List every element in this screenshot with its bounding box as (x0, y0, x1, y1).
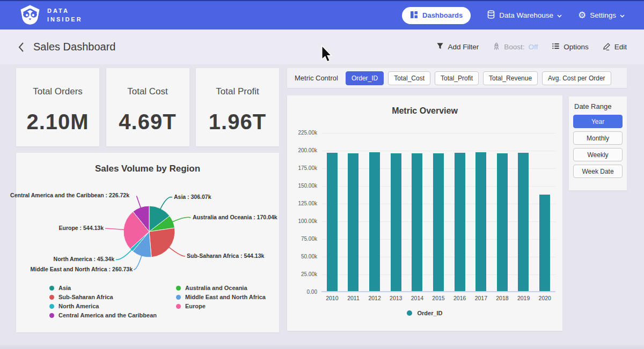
bar-2013[interactable] (391, 153, 401, 291)
pie-legend-item: Sub-Saharan Africa (49, 294, 157, 300)
bar-2020[interactable] (539, 195, 550, 291)
kpi-label: Total Profit (216, 86, 259, 97)
bar-2012[interactable] (369, 152, 380, 292)
kpi-row: Total Orders2.10MTotal Cost4.69TTotal Pr… (16, 68, 279, 146)
date-range-option-weekly[interactable]: Weekly (573, 148, 623, 161)
list-icon (552, 42, 560, 51)
kpi-card: Total Profit1.96T (196, 68, 279, 146)
owl-logo-icon (19, 4, 41, 27)
kpi-label: Total Cost (127, 86, 168, 97)
bar-2016[interactable] (455, 153, 465, 291)
bar-chart-card: Metric Overview 225.00k200.00k175.00k150… (287, 95, 562, 331)
legend-label: Sub-Saharan Africa (58, 294, 113, 300)
x-tick-label: 2010 (321, 295, 343, 301)
pie-slice-label: Asia : 306.07k (174, 194, 211, 200)
legend-dot (176, 295, 181, 300)
bar-2017[interactable] (475, 152, 486, 292)
date-range-option-year[interactable]: Year (573, 115, 623, 128)
x-tick-label: 2019 (513, 295, 535, 301)
pie-legend-item: Central America and the Caribbean (49, 312, 157, 318)
pie-slice-label: Europe : 544.13k (59, 225, 104, 231)
pie-chart: Asia : 306.07kAustralia and Oceania : 17… (16, 174, 279, 281)
y-tick-label: 50.00k (301, 254, 317, 259)
legend-label: Order_ID (417, 310, 442, 316)
date-range-title: Date Range (573, 102, 623, 110)
metric-option-avg-cost-per-order[interactable]: Avg. Cost per Order (542, 71, 611, 85)
legend-label: Middle East and North Africa (185, 294, 266, 300)
metric-option-order-id[interactable]: Order_ID (346, 71, 384, 85)
legend-label: Europe (185, 303, 206, 309)
bar-chart-legend: Order_ID (287, 310, 562, 316)
bar-2010[interactable] (327, 153, 338, 291)
pie-chart-card: Sales Volume by Region Asia : 306.07kAus… (16, 153, 279, 332)
kpi-card: Total Orders2.10M (16, 68, 99, 146)
legend-dot (407, 310, 412, 316)
bar-2014[interactable] (412, 153, 422, 292)
bar-2018[interactable] (497, 153, 508, 291)
boost-toggle[interactable]: Boost:Off (493, 42, 538, 52)
y-tick-label: 0.00 (307, 289, 317, 295)
database-icon (487, 10, 495, 20)
kpi-value: 2.10M (26, 110, 89, 134)
kpi-label: Total Orders (33, 86, 83, 97)
y-tick-label: 25.00k (301, 271, 317, 277)
add-filter-button[interactable]: Add Filter (436, 42, 479, 51)
brand-name: DATA INSIDER (47, 7, 83, 24)
x-tick-label: 2013 (385, 295, 407, 301)
legend-dot (49, 286, 54, 291)
x-tick-label: 2018 (492, 295, 513, 301)
back-button[interactable] (17, 42, 25, 53)
nav-settings[interactable]: ⚙ Settings (578, 11, 625, 20)
metric-option-total-profit[interactable]: Total_Profit (435, 71, 479, 85)
pie-slice-sub-saharan-africa[interactable] (149, 228, 175, 257)
y-tick-label: 75.00k (301, 236, 317, 242)
chevron-down-icon (620, 11, 625, 19)
boost-state: Off (528, 43, 538, 51)
rocket-icon (493, 42, 500, 52)
bar-chart-title: Metric Overview (287, 106, 562, 116)
y-tick-label: 225.00k (298, 130, 317, 136)
bar-2019[interactable] (518, 153, 529, 291)
pie-legend-item: Asia (49, 285, 157, 291)
options-button[interactable]: Options (552, 42, 589, 51)
y-tick-label: 125.00k (298, 201, 317, 206)
x-tick-label: 2017 (470, 295, 492, 301)
y-tick-label: 175.00k (298, 165, 317, 171)
metric-option-total-revenue[interactable]: Total_Revenue (483, 71, 538, 85)
x-tick-label: 2016 (449, 295, 471, 301)
pie-slice-label: North America : 45.34k (54, 256, 114, 262)
filter-funnel-icon (436, 42, 444, 51)
nav-dashboards-button[interactable]: Dashboards (402, 7, 471, 24)
x-axis: 2010201120122013201420152016201720182019… (321, 295, 555, 301)
pencil-icon (603, 42, 611, 52)
bar-2015[interactable] (433, 153, 444, 291)
edit-button[interactable]: Edit (603, 42, 627, 52)
bar-2011[interactable] (348, 153, 358, 291)
pie-legend-item: Australia and Oceania (176, 285, 266, 291)
pie-slice-label: Middle East and North Africa : 260.73k (31, 266, 133, 272)
legend-dot (176, 304, 181, 309)
page-header: Sales Dashboard Add Filter Boost:Off (0, 29, 644, 64)
pie-leader-line (172, 217, 191, 221)
y-tick-label: 150.00k (298, 183, 317, 189)
pie-leader-line (137, 196, 141, 208)
kpi-value: 4.69T (119, 110, 176, 134)
x-tick-label: 2011 (343, 295, 364, 301)
legend-dot (49, 313, 54, 318)
pie-slice-label: Sub-Saharan Africa : 544.13k (187, 253, 264, 259)
pie-leader-line (160, 197, 172, 209)
metric-option-total-cost[interactable]: Total_Cost (388, 71, 430, 85)
legend-label: Australia and Oceania (185, 285, 247, 291)
metric-control-label: Metric Control (295, 74, 338, 82)
date-range-option-monthly[interactable]: Monthly (573, 131, 623, 145)
x-tick-label: 2014 (407, 295, 428, 301)
date-range-option-week-date[interactable]: Week Date (573, 165, 623, 178)
pie-legend-item: Middle East and North Africa (176, 294, 266, 300)
x-tick-label: 2015 (428, 295, 449, 301)
pie-legend-item: Europe (176, 303, 266, 309)
brand-logo: DATA INSIDER (19, 4, 83, 27)
y-tick-label: 100.00k (298, 218, 317, 224)
y-axis: 225.00k200.00k175.00k150.00k125.00k100.0… (290, 133, 317, 292)
pie-legend-item: North America (49, 303, 157, 309)
nav-data-warehouse[interactable]: Data Warehouse (487, 10, 562, 20)
